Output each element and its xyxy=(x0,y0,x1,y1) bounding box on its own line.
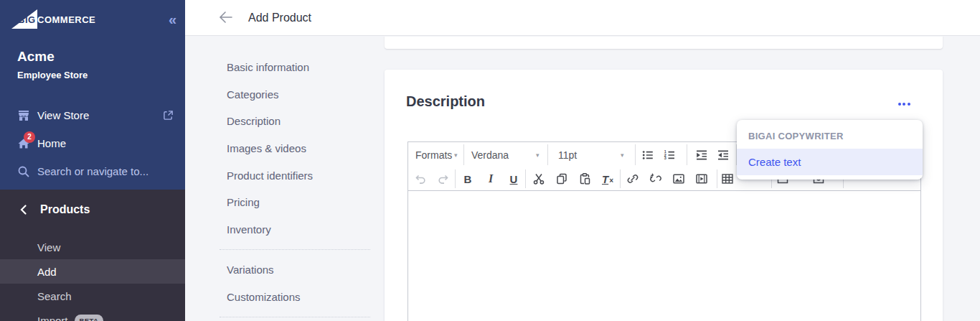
topbar: Add Product xyxy=(185,0,980,36)
nav-item-description[interactable]: Description xyxy=(227,108,377,135)
sidebar-item-view-store[interactable]: View Store xyxy=(0,101,185,129)
copy-icon[interactable] xyxy=(552,169,571,188)
copywriter-dropdown-header: BIGAI COPYWRITER xyxy=(737,120,923,149)
link-icon[interactable] xyxy=(623,169,642,188)
storefront-icon xyxy=(17,109,30,122)
nav-item-product-identifiers[interactable]: Product identifiers xyxy=(227,162,377,189)
nav-divider xyxy=(220,249,370,250)
sidebar-subitem-label: Search xyxy=(37,290,72,302)
chevron-left-icon xyxy=(19,205,29,215)
previous-card-bottom xyxy=(385,37,943,49)
nav-item-categories[interactable]: Categories xyxy=(227,81,377,108)
indent-icon[interactable] xyxy=(692,146,711,164)
nav-item-variations[interactable]: Variations xyxy=(227,256,377,284)
underline-icon[interactable]: U xyxy=(504,169,523,188)
sidebar-item-label: Home xyxy=(37,137,66,149)
logo-text-big: BIG xyxy=(18,14,36,25)
store-name: Acme xyxy=(17,49,88,65)
create-text-menu-item[interactable]: Create text xyxy=(737,149,923,175)
home-notification-badge: 2 xyxy=(24,131,35,143)
cut-icon[interactable] xyxy=(529,169,548,188)
product-nav: Basic information Categories Description… xyxy=(227,54,377,321)
sidebar-item-products-search[interactable]: Search xyxy=(0,284,185,308)
description-panel: Description Formats ▾ Verdana ▾ 11pt ▾ xyxy=(385,70,943,321)
store-plan: Employee Store xyxy=(17,70,88,80)
sidebar: BIG COMMERCE « Acme Employee Store Vie xyxy=(0,0,185,321)
sidebar-item-search[interactable]: Search or navigate to... xyxy=(0,157,185,185)
sidebar-item-products-import[interactable]: Import BETA xyxy=(0,308,185,321)
app-root: BIG COMMERCE « Acme Employee Store Vie xyxy=(0,0,980,321)
paste-icon[interactable] xyxy=(575,169,594,188)
bold-icon[interactable]: B xyxy=(458,169,477,188)
beta-badge: BETA xyxy=(75,315,104,321)
nav-item-customizations[interactable]: Customizations xyxy=(227,284,377,311)
external-link-icon xyxy=(163,110,174,121)
insert-video-icon[interactable] xyxy=(692,169,711,188)
sidebar-subitem-label: Add xyxy=(37,266,57,278)
products-section-title: Products xyxy=(40,203,90,216)
italic-icon[interactable]: I xyxy=(481,169,500,188)
products-section: Products View Add Search Import BETA xyxy=(0,190,185,321)
nav-item-basic-information[interactable]: Basic information xyxy=(227,54,377,81)
bullet-list-icon[interactable] xyxy=(639,146,657,164)
content: Basic information Categories Description… xyxy=(185,37,980,321)
unlink-icon[interactable] xyxy=(646,169,665,188)
ellipsis-icon xyxy=(898,103,901,106)
sidebar-subitem-label: View xyxy=(37,241,60,253)
logo-text-commerce: COMMERCE xyxy=(37,14,95,25)
undo-icon[interactable] xyxy=(411,169,430,188)
insert-image-icon[interactable] xyxy=(669,169,688,188)
panel-title: Description xyxy=(406,93,485,110)
bigcommerce-logo[interactable]: BIG COMMERCE xyxy=(11,9,105,29)
sidebar-item-products-add[interactable]: Add xyxy=(0,259,185,284)
store-info: Acme Employee Store xyxy=(17,49,88,80)
svg-text:3: 3 xyxy=(664,156,666,160)
sidebar-subitem-label: Import xyxy=(37,315,68,321)
copywriter-dropdown: BIGAI COPYWRITER Create text xyxy=(737,120,923,180)
redo-icon[interactable] xyxy=(434,169,453,188)
chevron-down-icon: ▾ xyxy=(454,142,458,167)
editor-content-area[interactable] xyxy=(408,191,920,321)
nav-item-pricing[interactable]: Pricing xyxy=(227,189,377,216)
font-size-select[interactable]: 11pt xyxy=(558,142,577,167)
page-title: Add Product xyxy=(248,11,311,24)
sidebar-item-label: View Store xyxy=(37,109,89,121)
chevron-down-icon: ▾ xyxy=(536,142,540,167)
nav-divider xyxy=(220,317,370,317)
nav-item-images-videos[interactable]: Images & videos xyxy=(227,135,377,162)
collapse-sidebar-icon[interactable]: « xyxy=(169,10,176,29)
back-arrow-icon[interactable] xyxy=(217,9,234,27)
chevron-down-icon: ▾ xyxy=(621,142,624,167)
sidebar-item-home[interactable]: 2 Home xyxy=(0,129,185,157)
sidebar-item-products-view[interactable]: View xyxy=(0,235,185,259)
sidebar-logo-row: BIG COMMERCE « xyxy=(11,9,176,32)
search-icon xyxy=(17,165,30,178)
formats-select[interactable]: Formats xyxy=(415,142,452,167)
panel-options-button[interactable] xyxy=(894,97,914,111)
products-section-header[interactable]: Products xyxy=(0,190,185,230)
numbered-list-icon[interactable]: 123 xyxy=(660,146,679,164)
home-icon: 2 xyxy=(17,137,30,150)
outdent-icon[interactable] xyxy=(714,146,732,164)
table-icon[interactable] xyxy=(718,169,737,188)
search-placeholder: Search or navigate to... xyxy=(37,165,149,177)
nav-item-inventory[interactable]: Inventory xyxy=(227,216,377,243)
font-family-select[interactable]: Verdana xyxy=(471,142,509,167)
clear-formatting-icon[interactable]: T× xyxy=(598,169,617,188)
